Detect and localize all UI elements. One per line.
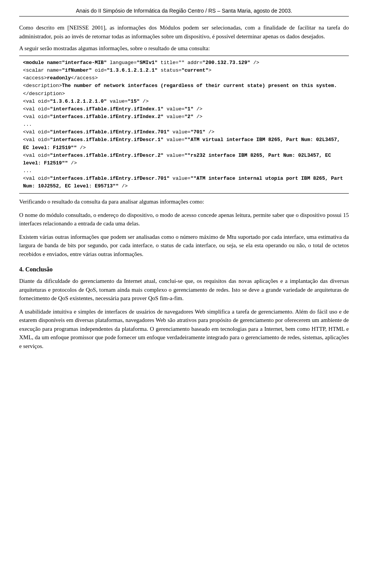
consult-intro: A seguir serão mostradas algumas informa… [19, 45, 349, 52]
code-line-dots1: ... [23, 122, 32, 127]
code-line-5: <val oid="1.3.6.1.2.1.2.1.0" value="15" … [23, 99, 149, 104]
header-text: Anais do II Simpósio de Informática da R… [76, 8, 292, 14]
code-line-7: <val oid="interfaces.ifTable.ifEntry.ifI… [23, 114, 202, 120]
section-heading: 4. Conclusão [19, 266, 349, 273]
code-line-3: <access>readonly</access> [23, 75, 98, 81]
conclusion-p2: A usabilidade intuitiva e simples de int… [19, 307, 349, 351]
code-line-4: <description>The number of network inter… [23, 83, 337, 96]
code-line-10: <val oid="interfaces.ifTable.ifEntry.ifD… [23, 153, 334, 166]
intro-paragraph: Como descrito em [NEISSE 2001], as infor… [19, 23, 349, 41]
code-line-6: <val oid="interfaces.ifTable.ifEntry.ifI… [23, 106, 202, 112]
code-line-8: <val oid="interfaces.ifTable.ifEntry.ifI… [23, 129, 214, 135]
result-paragraph1: Verificando o resultado da consulta da p… [19, 197, 349, 206]
code-line-dots2: ... [23, 168, 32, 174]
code-line-2: <scalar name="ifNumber" oid="1.3.6.1.2.1… [23, 67, 212, 73]
code-line-11: <val oid="interfaces.ifTable.ifEntry.ifD… [23, 176, 346, 189]
result-paragraph2: O nome do módulo consultado, o endereço … [19, 211, 349, 228]
result-paragraph3: Existem várias outras informações que po… [19, 233, 349, 259]
code-line-1: <module name="interface-MIB" language="S… [23, 60, 259, 66]
code-line-9: <val oid="interfaces.ifTable.ifEntry.ifD… [23, 137, 343, 150]
header: Anais do II Simpósio de Informática da R… [19, 8, 349, 16]
code-block: <module name="interface-MIB" language="S… [19, 56, 349, 194]
conclusion-p1: Diante da dificuldade do gerenciamento d… [19, 277, 349, 303]
